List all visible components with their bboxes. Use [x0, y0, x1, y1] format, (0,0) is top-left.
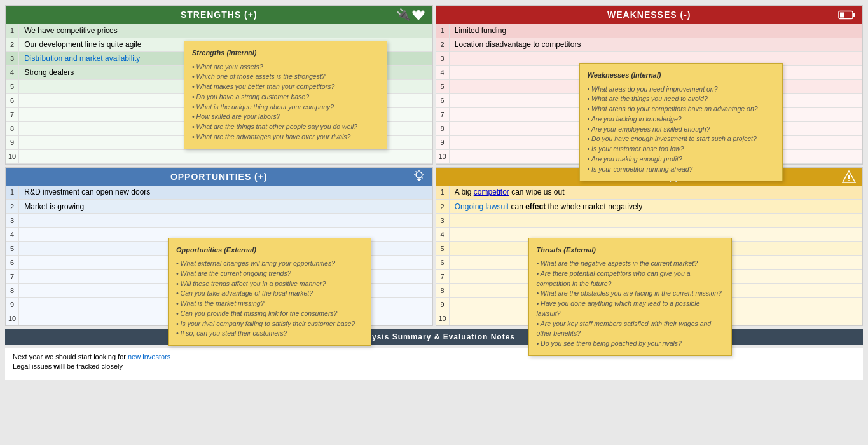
tooltip-item: What are your assets?	[192, 62, 379, 72]
svg-rect-11	[418, 180, 420, 181]
table-row: 3	[6, 214, 432, 228]
weaknesses-title: Weaknesses (-)	[607, 10, 691, 20]
table-row: 10	[6, 149, 432, 163]
opportunities-title: Opportunities (+)	[170, 172, 268, 182]
tooltip-item: Is your rival company failing to satisfy…	[176, 319, 363, 329]
tooltip-item: Are your employees not skilled enough?	[588, 125, 775, 135]
table-row: 1R&D investment can open new doors	[6, 186, 432, 200]
tooltip-item: Do you have enough investment to start s…	[588, 134, 775, 144]
tooltip-item: Are there potential competitors who can …	[537, 269, 724, 289]
opportunities-tooltip-title: Opportunities (External)	[176, 245, 363, 256]
tooltip-item: Are you making enough profit?	[588, 154, 775, 165]
tooltip-item: Will these trends affect you in a positi…	[176, 279, 363, 289]
threats-market-text: market	[582, 202, 606, 211]
svg-rect-2	[853, 13, 855, 17]
will-text: will	[53, 362, 65, 370]
svg-line-9	[422, 177, 423, 179]
warning-icon	[842, 170, 856, 183]
tooltip-item: Do you have a strong customer base?	[192, 92, 379, 102]
investors-text: new investors	[128, 353, 170, 360]
tooltip-item: What are the negative aspects in the cur…	[537, 259, 724, 269]
strengths-icon: 🔌	[396, 8, 426, 22]
battery-icon	[838, 8, 856, 22]
summary-content: Next year we should start looking for ne…	[5, 348, 863, 380]
tooltip-item: What external changes will bring your op…	[176, 259, 363, 269]
threats-competitor-text: competitor	[474, 188, 509, 196]
strengths-tooltip: Strengths (Internal) What are your asset…	[184, 41, 387, 149]
threats-tooltip: Threats (External) What are the negative…	[528, 238, 732, 356]
tooltip-item: If so, can you steal their customers?	[176, 329, 363, 339]
tooltip-item: Do you see them being poached by your ri…	[537, 339, 724, 349]
tooltip-item: Have you done anything which may lead to…	[537, 299, 724, 319]
swot-container: Strengths (+) 🔌 1We have competitive pri…	[5, 5, 863, 380]
svg-line-8	[415, 171, 417, 172]
tooltip-item: What are the obstacles you are facing in…	[537, 289, 724, 299]
summary-line-2: Legal issues will be tracked closely	[13, 362, 855, 370]
threats-quadrant: Threats (-) 1 A big competitor can wipe …	[436, 167, 864, 327]
threats-ongoing-text: Ongoing lawsuit	[455, 202, 509, 211]
threats-tooltip-title: Threats (External)	[537, 245, 724, 256]
top-grid: Strengths (+) 🔌 1We have competitive pri…	[5, 5, 863, 165]
tooltip-item: What is the unique thing about your comp…	[192, 102, 379, 113]
tooltip-item: What are the things that other people sa…	[192, 122, 379, 132]
summary-section: Analysis Summary & Evaluation Notes	[5, 329, 863, 345]
opportunities-tooltip: Opportunities (External) What external c…	[168, 238, 371, 346]
strengths-row3-text: Distribution and market availability	[24, 54, 140, 63]
bottom-grid: Opportunities (+) 1R&	[5, 167, 863, 327]
lightbulb-icon	[412, 170, 426, 184]
tooltip-item: What areas do you need improvement on?	[588, 85, 775, 95]
tooltip-item: Can you take advantage of the local mark…	[176, 289, 363, 299]
strengths-title: Strengths (+)	[181, 10, 258, 20]
tooltip-item: How skilled are your labors?	[192, 112, 379, 122]
svg-rect-1	[840, 13, 844, 18]
tooltip-item: What is the market missing?	[176, 299, 363, 309]
tooltip-item: Can you provide that missing link for th…	[176, 309, 363, 319]
tooltip-item: What are the things you need to avoid?	[588, 94, 775, 104]
weaknesses-header: Weaknesses (-)	[436, 6, 863, 24]
opportunities-quadrant: Opportunities (+) 1R&	[5, 167, 433, 327]
weaknesses-tooltip: Weaknesses (Internal) What areas do you …	[579, 63, 783, 181]
strengths-header: Strengths (+) 🔌	[6, 6, 432, 24]
table-row: 1Limited funding	[436, 24, 863, 38]
svg-point-14	[848, 180, 850, 181]
threats-effect-text: effect	[525, 202, 546, 211]
opportunities-header: Opportunities (+)	[6, 168, 432, 186]
tooltip-item: What are the advantages you have over yo…	[192, 132, 379, 142]
tooltip-item: What makes you better than your competit…	[192, 82, 379, 92]
table-row: 2 Ongoing lawsuit can effect the whole m…	[436, 200, 863, 214]
tooltip-item: Is your customer base too low?	[588, 144, 775, 154]
svg-point-3	[416, 172, 422, 178]
weaknesses-quadrant: Weaknesses (-) 1Limited funding 2Locatio…	[436, 5, 864, 165]
strengths-quadrant: Strengths (+) 🔌 1We have competitive pri…	[5, 5, 433, 165]
table-row: 2Location disadvantage to competitors	[436, 38, 863, 51]
weaknesses-tooltip-title: Weaknesses (Internal)	[588, 70, 775, 81]
table-row: 3	[436, 214, 863, 228]
strengths-tooltip-title: Strengths (Internal)	[192, 48, 379, 58]
tooltip-item: Which one of those assets is the stronge…	[192, 72, 379, 82]
tooltip-item: What are the current ongoing trends?	[176, 269, 363, 279]
tooltip-item: What areas do your competitors have an a…	[588, 104, 775, 114]
tooltip-item: Are your key staff members satisfied wit…	[537, 319, 724, 339]
table-row: 1We have competitive prices	[6, 24, 432, 38]
table-row: 2Market is growing	[6, 200, 432, 214]
svg-rect-10	[417, 179, 421, 180]
table-row: 1 A big competitor can wipe us out	[436, 186, 863, 200]
tooltip-item: Are you lacking in knowledge?	[588, 114, 775, 125]
tooltip-item: Is your competitor running ahead?	[588, 165, 775, 175]
